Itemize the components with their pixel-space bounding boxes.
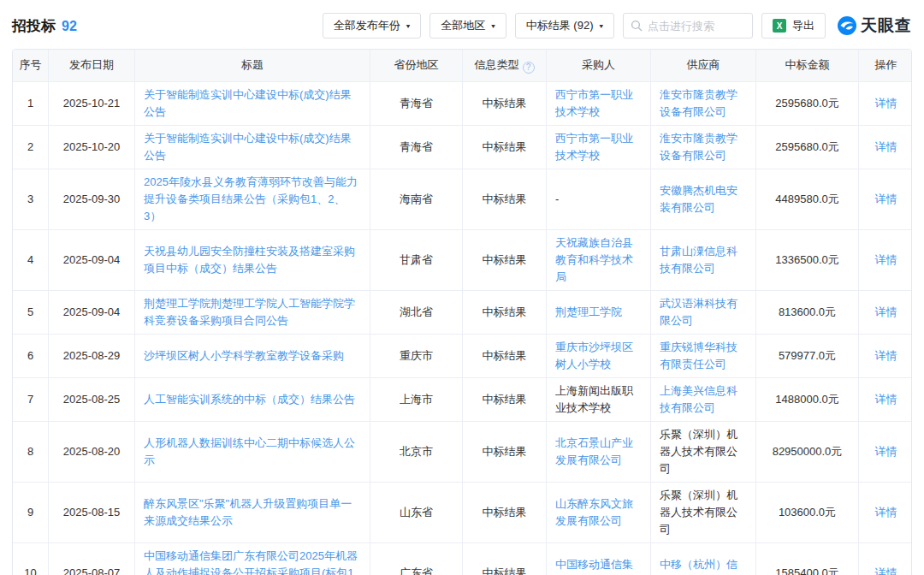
detail-link[interactable]: 详情	[859, 482, 912, 542]
title-link[interactable]: 关于智能制造实训中心建设中标(成交)结果公告	[135, 125, 370, 169]
toolbar: 招投标 92 全部发布年份 ▾ 全部地区 ▾ 中标结果 (92) ▾ X 导出	[0, 0, 924, 49]
info-type: 中标结果	[463, 169, 547, 229]
detail-link[interactable]: 详情	[859, 542, 912, 575]
province: 青海省	[370, 81, 463, 125]
province: 重庆市	[370, 334, 463, 377]
publish-date: 2025-09-04	[49, 229, 135, 290]
title-link[interactable]: 2025年陵水县义务教育薄弱环节改善与能力提升设备类项目结果公告（采购包1、2、…	[135, 169, 370, 229]
detail-link[interactable]: 详情	[859, 377, 912, 421]
row-no: 10	[13, 542, 49, 575]
purchaser-link[interactable]: 荆楚理工学院	[547, 290, 651, 334]
table-row: 3 2025-09-30 2025年陵水县义务教育薄弱环节改善与能力提升设备类项…	[13, 169, 912, 229]
info-type: 中标结果	[463, 290, 547, 334]
title-link[interactable]: 关于智能制造实训中心建设中标(成交)结果公告	[135, 81, 370, 125]
publish-date: 2025-08-29	[49, 334, 135, 377]
table-row: 8 2025-08-20 人形机器人数据训练中心二期中标候选人公示 北京市 中标…	[13, 421, 912, 482]
help-icon[interactable]: ?	[523, 62, 535, 74]
info-type: 中标结果	[463, 421, 547, 482]
filter-type-dropdown[interactable]: 中标结果 (92) ▾	[515, 13, 614, 39]
amount: 579977.0元	[756, 334, 859, 377]
amount: 1336500.0元	[756, 229, 859, 290]
chevron-down-icon: ▾	[491, 22, 495, 30]
title-link[interactable]: 荆楚理工学院荆楚理工学院人工智能学院学科竞赛设备采购项目合同公告	[135, 290, 370, 334]
publish-date: 2025-08-07	[49, 542, 135, 575]
purchaser-text: -	[547, 169, 651, 229]
bidding-table-card: 序号 发布日期 标题 省份地区 信息类型? 采购人 供应商 中标金额 操作 1 …	[12, 49, 912, 575]
supplier-link[interactable]: 安徽腾杰机电安装有限公司	[651, 169, 756, 229]
purchaser-link[interactable]: 山东醉东风文旅发展有限公司	[547, 482, 651, 542]
province: 山东省	[370, 482, 463, 542]
purchaser-link[interactable]: 西宁市第一职业技术学校	[547, 125, 651, 169]
purchaser-link[interactable]: 天祝藏族自治县教育和科学技术局	[547, 229, 651, 290]
publish-date: 2025-10-21	[49, 81, 135, 125]
detail-link[interactable]: 详情	[859, 334, 912, 377]
supplier-link[interactable]: 淮安市隆贵教学设备有限公司	[651, 81, 756, 125]
publish-date: 2025-09-04	[49, 290, 135, 334]
col-type-label: 信息类型	[475, 58, 519, 71]
title-link[interactable]: 沙坪坝区树人小学科学教室教学设备采购	[135, 334, 370, 377]
row-no: 6	[13, 334, 49, 377]
row-no: 7	[13, 377, 49, 421]
export-label: 导出	[792, 18, 814, 33]
publish-date: 2025-08-20	[49, 421, 135, 482]
amount: 1488000.0元	[756, 377, 859, 421]
purchaser-link[interactable]: 重庆市沙坪坝区树人小学校	[547, 334, 651, 377]
title-link[interactable]: 人工智能实训系统的中标（成交）结果公告	[135, 377, 370, 421]
export-button[interactable]: X 导出	[761, 13, 826, 39]
title-link[interactable]: 醉东风景区"乐聚"机器人升级置购项目单一来源成交结果公示	[135, 482, 370, 542]
amount: 82950000.0元	[756, 421, 859, 482]
province: 甘肃省	[370, 229, 463, 290]
row-no: 3	[13, 169, 49, 229]
supplier-link[interactable]: 上海美兴信息科技有限公司	[651, 377, 756, 421]
detail-link[interactable]: 详情	[859, 229, 912, 290]
table-row: 6 2025-08-29 沙坪坝区树人小学科学教室教学设备采购 重庆市 中标结果…	[13, 334, 912, 377]
amount: 4489580.0元	[756, 169, 859, 229]
tianyancha-logo[interactable]: 天眼查	[838, 15, 912, 37]
publish-date: 2025-08-25	[49, 377, 135, 421]
purchaser-link[interactable]: 西宁市第一职业技术学校	[547, 81, 651, 125]
table-row: 9 2025-08-15 醉东风景区"乐聚"机器人升级置购项目单一来源成交结果公…	[13, 482, 912, 542]
amount: 2595680.0元	[756, 125, 859, 169]
supplier-link[interactable]: 甘肃山潥信息科技有限公司	[651, 229, 756, 290]
search-box	[623, 13, 753, 39]
table-row: 2 2025-10-20 关于智能制造实训中心建设中标(成交)结果公告 青海省 …	[13, 125, 912, 169]
excel-icon: X	[773, 19, 786, 33]
title-link[interactable]: 人形机器人数据训练中心二期中标候选人公示	[135, 421, 370, 482]
row-no: 5	[13, 290, 49, 334]
purchaser-link[interactable]: 北京石景山产业发展有限公司	[547, 421, 651, 482]
result-count: 92	[62, 19, 77, 34]
filter-controls: 全部发布年份 ▾ 全部地区 ▾ 中标结果 (92) ▾ X 导出	[323, 13, 912, 39]
title-link[interactable]: 天祝县幼儿园安全防撞柱安装及搭建室采购项目中标（成交）结果公告	[135, 229, 370, 290]
col-date: 发布日期	[49, 50, 135, 81]
amount: 1585400.0元	[756, 542, 859, 575]
col-province: 省份地区	[370, 50, 463, 81]
col-type: 信息类型?	[463, 50, 547, 81]
brand-text: 天眼查	[861, 15, 912, 37]
search-icon	[631, 20, 643, 32]
info-type: 中标结果	[463, 229, 547, 290]
detail-link[interactable]: 详情	[859, 421, 912, 482]
supplier-link[interactable]: 淮安市隆贵教学设备有限公司	[651, 125, 756, 169]
detail-link[interactable]: 详情	[859, 125, 912, 169]
supplier-link[interactable]: 武汉语淋科技有限公司	[651, 290, 756, 334]
province: 湖北省	[370, 290, 463, 334]
supplier-link[interactable]: 重庆锐博华科技有限责任公司	[651, 334, 756, 377]
info-type: 中标结果	[463, 334, 547, 377]
info-type: 中标结果	[463, 542, 547, 575]
filter-year-dropdown[interactable]: 全部发布年份 ▾	[323, 13, 422, 39]
table-row: 4 2025-09-04 天祝县幼儿园安全防撞柱安装及搭建室采购项目中标（成交）…	[13, 229, 912, 290]
detail-link[interactable]: 详情	[859, 169, 912, 229]
info-type: 中标结果	[463, 81, 547, 125]
info-type: 中标结果	[463, 125, 547, 169]
detail-link[interactable]: 详情	[859, 290, 912, 334]
amount: 813600.0元	[756, 290, 859, 334]
col-purchaser: 采购人	[547, 50, 651, 81]
title-link[interactable]: 中国移动通信集团广东有限公司2025年机器人及动作捕捉设备公开招标采购项目(标包…	[135, 542, 370, 575]
detail-link[interactable]: 详情	[859, 81, 912, 125]
purchaser-link[interactable]: 中国移动通信集团广东有限公司	[547, 542, 651, 575]
amount: 2595680.0元	[756, 81, 859, 125]
table-row: 1 2025-10-21 关于智能制造实训中心建设中标(成交)结果公告 青海省 …	[13, 81, 912, 125]
supplier-link[interactable]: 中移（杭州）信息技术有限公司	[651, 542, 756, 575]
publish-date: 2025-09-30	[49, 169, 135, 229]
filter-region-dropdown[interactable]: 全部地区 ▾	[429, 13, 506, 39]
